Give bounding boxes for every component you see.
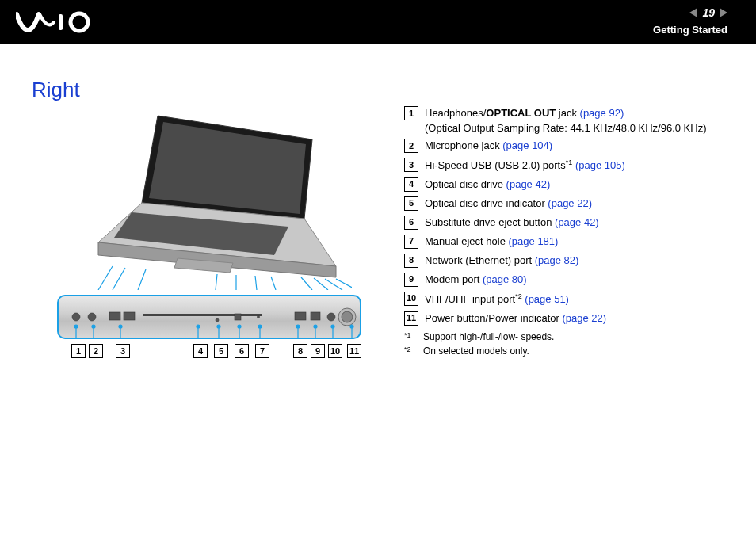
svg-line-15 [301,277,312,290]
item-number: 9 [404,273,418,287]
svg-point-52 [350,325,353,328]
list-item: 1Headphones/OPTICAL OUT jack (page 92) [404,106,737,120]
svg-line-18 [336,279,352,290]
item-text: VHF/UHF input port*2 (page 51) [425,292,737,307]
item-text: Microphone jack (page 104) [425,139,737,153]
footnote: *1Support high-/full-/low- speeds. [404,331,554,342]
footnotes: *1Support high-/full-/low- speeds.*2On s… [404,331,554,360]
item-text: Network (Ethernet) port (page 82) [425,254,737,268]
item-number: 11 [404,311,418,326]
callout-num-9: 9 [311,344,325,358]
page-ref-link[interactable]: (page 181) [509,235,559,247]
section-title: Getting Started [653,24,727,36]
svg-point-34 [92,325,95,328]
item-number: 10 [404,292,418,306]
page-ref-link[interactable]: (page 42) [555,216,599,228]
svg-rect-27 [295,312,306,320]
svg-point-48 [314,325,317,328]
page-ref-link[interactable]: (page 92) [580,107,624,119]
header-bar: 19 Getting Started [0,0,756,44]
callout-num-5: 5 [214,344,228,358]
item-number: 1 [404,106,418,120]
svg-point-40 [217,325,220,328]
item-text: Optical disc drive indicator (page 22) [425,196,737,211]
svg-point-44 [258,325,262,328]
callout-num-10: 10 [328,344,342,358]
list-item: 11Power button/Power indicator (page 22) [404,311,737,326]
callout-num-8: 8 [293,344,307,358]
diagram-callouts: 1234567891011 [59,344,360,363]
page-ref-link[interactable]: (page 104) [502,139,552,151]
item-text: Power button/Power indicator (page 22) [425,311,737,326]
list-item: 8Network (Ethernet) port (page 82) [404,254,737,268]
page-ref-link[interactable]: (page 105) [575,159,625,171]
item-number: 8 [404,254,418,268]
item-text: Hi-Speed USB (USB 2.0) ports*1 (page 105… [425,158,737,173]
port-list: 1Headphones/OPTICAL OUT jack (page 92)(O… [404,106,737,330]
item-number: 2 [404,139,418,153]
svg-rect-21 [109,312,120,320]
list-item: 10VHF/UHF input port*2 (page 51) [404,292,737,307]
page-number: 19 [702,6,715,19]
svg-line-9 [113,268,125,290]
footnote-mark: *2 [404,345,415,357]
item-text: Manual eject hole (page 181) [425,235,737,249]
list-item: 2Microphone jack (page 104) [404,139,737,153]
page-ref-link[interactable]: (page 42) [506,178,551,190]
next-page-icon[interactable] [720,8,727,17]
item-text: Optical disc drive (page 42) [425,177,737,192]
callout-num-11: 11 [347,344,361,358]
item-number: 3 [404,158,418,172]
svg-point-42 [238,325,241,328]
svg-point-26 [258,316,260,318]
svg-point-36 [119,325,122,328]
footnote-mark: *1 [404,331,415,342]
page-ref-link[interactable]: (page 82) [535,254,579,266]
item-text: Headphones/OPTICAL OUT jack (page 92) [425,106,737,120]
page-content: Right [0,44,756,534]
svg-rect-28 [311,312,320,320]
svg-point-50 [331,325,334,328]
callout-num-7: 7 [255,344,269,358]
side-view-diagram [57,295,361,339]
page-ref-link[interactable]: (page 80) [483,273,527,285]
footnote-text: Support high-/full-/low- speeds. [423,331,554,342]
page-ref-link[interactable]: (page 22) [562,312,606,324]
page-nav: 19 [689,6,727,19]
list-item: 9Modem port (page 80) [404,273,737,287]
item-subtext: (Optical Output Sampling Rate: 44.1 KHz/… [425,122,737,134]
callout-num-2: 2 [89,344,103,358]
svg-line-11 [216,274,217,290]
svg-point-31 [342,311,353,322]
svg-line-14 [271,277,276,290]
item-number: 7 [404,235,418,249]
svg-point-32 [74,325,78,328]
svg-line-13 [255,276,257,290]
list-item: 4Optical disc drive (page 42) [404,177,737,192]
svg-rect-23 [143,314,262,316]
footnote-text: On selected models only. [423,345,529,357]
item-number: 5 [404,196,418,211]
svg-point-20 [88,313,96,321]
prev-page-icon[interactable] [689,8,697,17]
page-ref-link[interactable]: (page 51) [525,293,569,305]
svg-rect-25 [235,314,241,320]
laptop-illustration [67,108,352,290]
footnote: *2On selected models only. [404,345,554,357]
list-item: 7Manual eject hole (page 181) [404,235,737,249]
page-heading: Right [32,78,80,102]
list-item: 6Substitute drive eject button (page 42) [404,216,737,230]
callout-num-3: 3 [116,344,130,358]
svg-rect-22 [124,312,135,320]
callout-num-4: 4 [193,344,208,358]
svg-point-19 [72,313,80,321]
svg-line-8 [98,266,113,290]
page-ref-link[interactable]: (page 22) [548,197,592,209]
figure-right-side: 1234567891011 [51,108,368,363]
svg-rect-0 [59,14,63,30]
list-item: 5Optical disc drive indicator (page 22) [404,196,737,211]
callout-num-1: 1 [71,344,86,358]
item-text: Substitute drive eject button (page 42) [425,216,737,230]
svg-point-46 [296,325,300,328]
list-item: 3Hi-Speed USB (USB 2.0) ports*1 (page 10… [404,158,737,173]
